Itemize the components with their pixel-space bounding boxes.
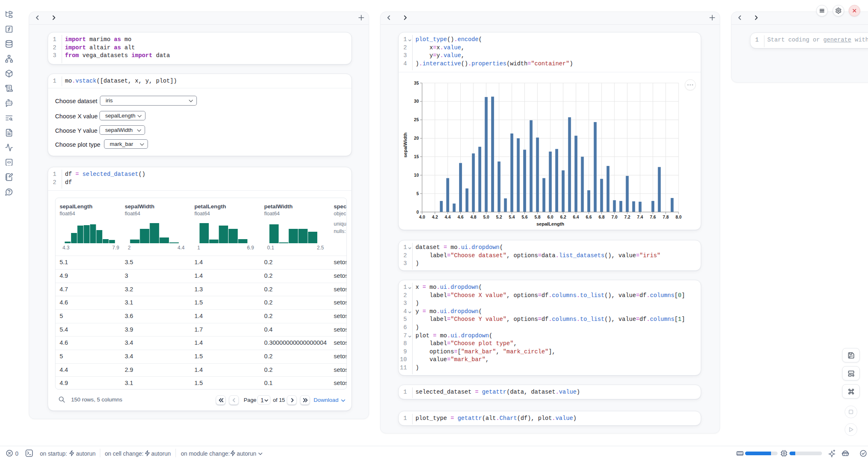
svg-text:7.2: 7.2	[624, 214, 630, 219]
svg-text:sepalWidth: sepalWidth	[403, 132, 408, 157]
svg-text:6.2: 6.2	[560, 214, 566, 219]
svg-text:7.6: 7.6	[650, 214, 656, 219]
svg-text:30: 30	[414, 99, 419, 104]
svg-text:5.0: 5.0	[483, 214, 489, 219]
svg-text:0: 0	[416, 210, 419, 214]
svg-text:5.2: 5.2	[496, 214, 502, 219]
svg-text:4.6: 4.6	[457, 214, 464, 219]
svg-text:7.8: 7.8	[663, 214, 669, 219]
svg-text:35: 35	[414, 81, 419, 85]
svg-text:15: 15	[414, 154, 419, 159]
svg-text:6.8: 6.8	[598, 214, 605, 219]
svg-text:8.0: 8.0	[676, 214, 682, 219]
svg-text:4.4: 4.4	[445, 214, 451, 219]
svg-text:5.6: 5.6	[522, 214, 528, 219]
svg-text:6.6: 6.6	[586, 214, 592, 219]
svg-text:6.4: 6.4	[573, 214, 579, 219]
svg-text:4.2: 4.2	[432, 214, 438, 219]
svg-text:25: 25	[414, 117, 419, 122]
svg-text:6.0: 6.0	[547, 214, 554, 219]
svg-text:7.4: 7.4	[637, 214, 643, 219]
svg-text:5.4: 5.4	[509, 214, 515, 219]
svg-text:10: 10	[414, 173, 419, 177]
svg-text:4.8: 4.8	[470, 214, 476, 219]
svg-text:sepalLength: sepalLength	[536, 221, 564, 226]
svg-text:4.0: 4.0	[419, 214, 425, 219]
svg-text:7.0: 7.0	[612, 214, 618, 219]
svg-text:20: 20	[414, 136, 419, 141]
svg-text:5.8: 5.8	[534, 214, 540, 219]
svg-text:5: 5	[416, 191, 419, 196]
